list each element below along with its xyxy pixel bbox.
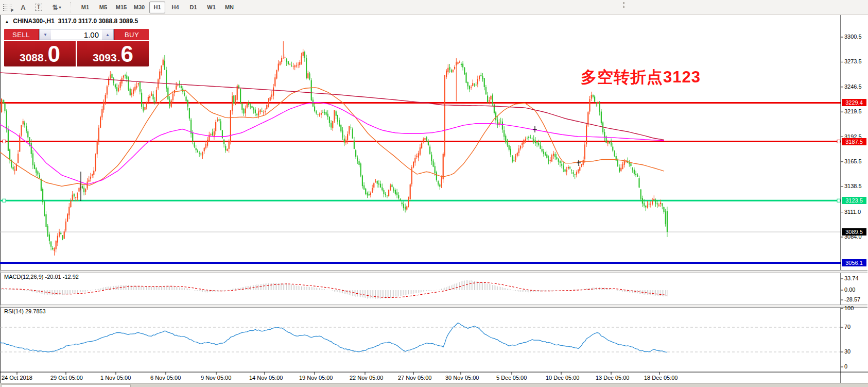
buy-price-main: 3093 [93, 51, 117, 64]
toolbar-separator [70, 2, 73, 12]
price-tag-3229.4: 3229.4 [842, 99, 866, 106]
ohlc-close: 3089.5 [119, 18, 138, 25]
collapse-icon[interactable]: ▲ [5, 19, 9, 24]
buy-price-dot: . [117, 51, 120, 64]
date-label: 22 Nov 05:00 [350, 375, 383, 381]
date-label: 29 Oct 05:00 [50, 375, 83, 381]
chart-annotation-text: 多空转折点3123 [581, 66, 701, 88]
rsi-pane-splitter[interactable] [1, 305, 867, 308]
rsi-value: 29.7853 [25, 308, 46, 314]
price-tag-3056.1: 3056.1 [842, 259, 866, 266]
timeframe-button-w1[interactable]: W1 [203, 2, 219, 13]
date-label: 9 Nov 05:00 [201, 375, 231, 381]
buy-price-big-digit: 6 [121, 44, 133, 64]
text-label-tool-button[interactable]: T [32, 2, 45, 13]
rsi-name: RSI(14) [4, 308, 24, 314]
macd-name: MACD(12,26,9) [4, 274, 43, 280]
sell-price-button[interactable]: 3088 . 0 [4, 41, 76, 66]
timeframe-button-d1[interactable]: D1 [185, 2, 201, 13]
ohlc-open: 3117.0 [58, 18, 77, 25]
date-label: 10 Dec 05:00 [546, 375, 579, 381]
macd-pane-splitter[interactable] [1, 270, 867, 273]
price-tag-3123.5: 3123.5 [842, 197, 866, 204]
price-tag-3089.5: 3089.5 [842, 228, 866, 235]
price-tag-3187.5: 3187.5 [842, 138, 866, 145]
timeframe-button-m15[interactable]: M15 [113, 2, 129, 13]
sell-price-dot: . [44, 51, 47, 64]
timeframe-button-m30[interactable]: M30 [131, 2, 147, 13]
ohlc-low: 3088.8 [98, 18, 117, 25]
spin-down-icon: ▼ [43, 32, 47, 37]
rsi-scale-label: 70 [844, 324, 850, 330]
rsi-scale-label: 30 [844, 348, 850, 355]
price-tick-label: 3111.0 [844, 209, 861, 215]
rsi-label: RSI(14) 29.7853 [4, 308, 46, 314]
volume-decrease-button[interactable]: ▼ [40, 29, 51, 40]
date-label: 24 Oct 2018 [2, 375, 32, 381]
text-box-icon: T [35, 4, 42, 11]
fibonacci-tool-button[interactable]: F [1, 2, 14, 13]
volume-increase-button[interactable]: ▲ [102, 29, 113, 40]
rsi-scale-label: 100 [844, 305, 854, 311]
status-strip [0, 383, 868, 387]
price-tick-label: 3273.5 [844, 58, 862, 64]
date-label: 18 Dec 05:00 [644, 375, 678, 381]
price-tick-label: 3300.5 [844, 33, 862, 40]
status-cell [1, 384, 131, 387]
rsi-scale-label: 0 [844, 363, 847, 369]
date-label: 6 Nov 05:00 [150, 375, 181, 381]
date-label: 27 Nov 05:00 [398, 375, 431, 381]
date-label: 19 Nov 05:00 [299, 375, 333, 381]
chart-title: ▲ CHINA300-,H1 3117.0 3117.0 3088.8 3089… [5, 18, 138, 25]
timeframe-button-mn[interactable]: MN [221, 2, 237, 13]
mt4-window: F A T ⇅ ▾ M1M5M15M30H1H4D1W1MN ▲ CHINA30… [0, 0, 868, 387]
date-label: 14 Nov 05:00 [249, 375, 283, 381]
text-tool-button[interactable]: A [16, 2, 30, 13]
toolbar-drag-handle[interactable] [623, 2, 627, 8]
macd-scale-label: -28.57 [844, 296, 860, 302]
sell-price-main: 3088 [20, 51, 44, 64]
date-label: 13 Dec 05:00 [596, 375, 629, 381]
macd-value: -20.01 [45, 274, 61, 280]
trade-panel-top-row: SELL ▼ ▲ BUY [4, 29, 149, 40]
arrows-icon: ⇅ [53, 4, 58, 11]
date-label: 5 Dec 05:00 [496, 375, 527, 381]
price-tick-label: 3165.5 [844, 158, 862, 164]
symbol-period: CHINA300-,H1 [13, 18, 55, 25]
price-tick-label: 3138.5 [844, 183, 862, 189]
spin-up-icon: ▲ [106, 32, 110, 37]
sell-button[interactable]: SELL [4, 29, 38, 40]
buy-button[interactable]: BUY [115, 29, 149, 40]
toolbar: F A T ⇅ ▾ M1M5M15M30H1H4D1W1MN [0, 0, 868, 15]
text-a-icon: A [21, 4, 25, 11]
timeframe-button-m5[interactable]: M5 [95, 2, 111, 13]
macd-scale-label: 33.74 [844, 275, 859, 281]
chart-window[interactable] [0, 14, 868, 384]
ohlc-high: 3117.0 [78, 18, 97, 25]
fibonacci-icon: F [3, 4, 12, 11]
macd-signal-value: -12.92 [63, 274, 79, 280]
date-label: 1 Nov 05:00 [100, 375, 131, 381]
timeframe-button-h4[interactable]: H4 [167, 2, 183, 13]
sell-price-big-digit: 0 [48, 44, 60, 64]
timeframe-button-m1[interactable]: M1 [77, 2, 93, 13]
macd-label: MACD(12,26,9) -20.01 -12.92 [4, 274, 79, 280]
volume-input[interactable] [51, 29, 102, 40]
one-click-trading-panel: SELL ▼ ▲ BUY 3088 . 0 3093 . 6 [4, 29, 149, 66]
chevron-down-icon: ▾ [59, 5, 61, 10]
price-tick-label: 3219.5 [844, 108, 862, 114]
volume-stepper: ▼ ▲ [39, 29, 114, 40]
buy-price-button[interactable]: 3093 . 6 [77, 41, 149, 66]
arrow-objects-button[interactable]: ⇅ ▾ [47, 2, 66, 13]
macd-scale-label: 0.00 [844, 287, 855, 293]
price-tick-label: 3246.5 [844, 83, 862, 90]
timeframe-group: M1M5M15M30H1H4D1W1MN [76, 2, 238, 13]
timeframe-button-h1[interactable]: H1 [149, 2, 165, 13]
date-label: 30 Nov 05:00 [445, 375, 479, 381]
